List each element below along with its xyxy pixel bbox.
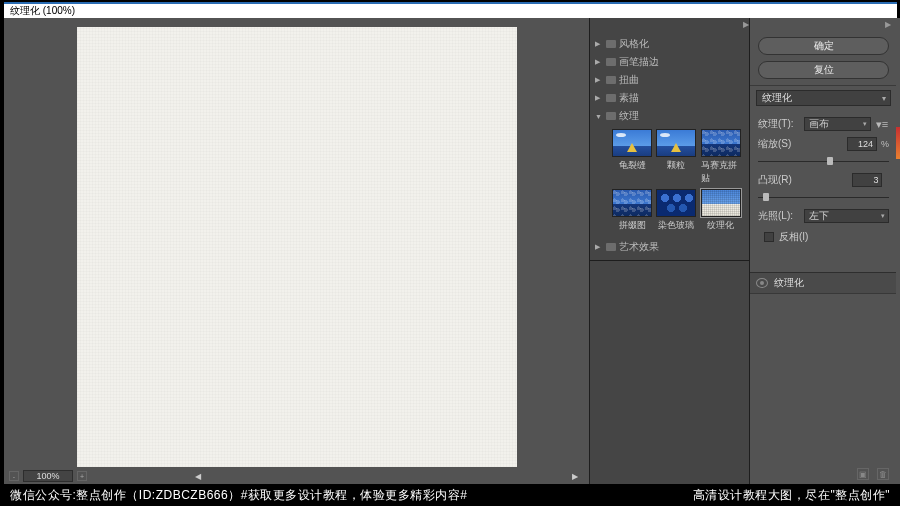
relief-input[interactable] bbox=[852, 173, 882, 187]
light-select[interactable]: 左下 bbox=[804, 209, 889, 223]
scroll-right-icon[interactable]: ▶ bbox=[572, 472, 578, 481]
texture-label: 纹理(T): bbox=[758, 117, 800, 131]
settings-panel: ▶ 确定 复位 纹理化 纹理(T): 画布 ▾≡ 缩放(S) bbox=[749, 18, 897, 484]
folder-icon bbox=[606, 94, 616, 102]
thumb-patchwork[interactable]: 拼缀图 bbox=[612, 189, 652, 232]
invert-label: 反相(I) bbox=[779, 230, 808, 244]
folder-icon bbox=[606, 76, 616, 84]
collapse-chevron-icon[interactable]: ▶ bbox=[739, 18, 749, 31]
scale-unit: % bbox=[881, 139, 889, 149]
texture-menu-icon[interactable]: ▾≡ bbox=[875, 118, 889, 131]
thumb-craquelure[interactable]: 龟裂缝 bbox=[612, 129, 652, 185]
preview-canvas bbox=[77, 27, 517, 467]
visibility-eye-icon[interactable] bbox=[756, 278, 768, 288]
new-effect-layer-button[interactable]: ▣ bbox=[857, 468, 869, 480]
panel-chevron-icon[interactable]: ▶ bbox=[883, 20, 893, 29]
preview-panel: - 100% + ◀ ▶ bbox=[4, 18, 589, 484]
window-title: 纹理化 (100%) bbox=[10, 4, 75, 18]
folder-icon bbox=[606, 112, 616, 120]
horizontal-scrollbar[interactable]: ◀ ▶ bbox=[91, 471, 584, 481]
tree-group-stylize[interactable]: ▶风格化 bbox=[592, 35, 747, 53]
relief-slider[interactable] bbox=[758, 193, 889, 203]
delete-effect-layer-button[interactable]: 🗑 bbox=[877, 468, 889, 480]
effect-layers: 纹理化 ▣ 🗑 bbox=[750, 272, 897, 484]
thumb-texturizer[interactable]: 纹理化 bbox=[701, 189, 741, 232]
invert-checkbox[interactable] bbox=[764, 232, 774, 242]
thumb-mosaic-tiles[interactable]: 马赛克拼贴 bbox=[701, 129, 741, 185]
folder-icon bbox=[606, 58, 616, 66]
tree-group-artistic[interactable]: ▶艺术效果 bbox=[592, 238, 747, 256]
scale-input[interactable] bbox=[847, 137, 877, 151]
right-edge-strip bbox=[896, 18, 900, 484]
filter-select[interactable]: 纹理化 bbox=[756, 90, 891, 106]
scale-slider[interactable] bbox=[758, 157, 889, 167]
thumb-grain[interactable]: 颗粒 bbox=[656, 129, 696, 185]
tree-group-brush-strokes[interactable]: ▶画笔描边 bbox=[592, 53, 747, 71]
effect-layer-item[interactable]: 纹理化 bbox=[750, 273, 897, 294]
tree-group-sketch[interactable]: ▶素描 bbox=[592, 89, 747, 107]
scale-label: 缩放(S) bbox=[758, 137, 800, 151]
zoom-level[interactable]: 100% bbox=[23, 470, 73, 482]
light-label: 光照(L): bbox=[758, 209, 800, 223]
tree-group-texture[interactable]: ▼纹理 bbox=[592, 107, 747, 125]
relief-label: 凸现(R) bbox=[758, 173, 800, 187]
folder-icon bbox=[606, 243, 616, 251]
preview-area[interactable] bbox=[5, 19, 588, 469]
reset-button[interactable]: 复位 bbox=[758, 61, 889, 79]
tree-group-distort[interactable]: ▶扭曲 bbox=[592, 71, 747, 89]
zoom-plus-button[interactable]: + bbox=[77, 471, 87, 481]
texture-select[interactable]: 画布 bbox=[804, 117, 871, 131]
scroll-left-icon[interactable]: ◀ bbox=[195, 472, 201, 481]
thumb-stained-glass[interactable]: 染色玻璃 bbox=[656, 189, 696, 232]
footer-watermark: 微信公众号:整点创作（ID:ZDBCZB666）#获取更多设计教程，体验更多精彩… bbox=[0, 484, 900, 506]
ok-button[interactable]: 确定 bbox=[758, 37, 889, 55]
zoom-minus-button[interactable]: - bbox=[9, 471, 19, 481]
folder-icon bbox=[606, 40, 616, 48]
filter-gallery-panel: ▶ ▶风格化 ▶画笔描边 ▶扭曲 ▶素描 ▼纹理 龟裂缝 颗粒 马赛克拼贴 拼缀… bbox=[589, 18, 749, 484]
title-bar: 纹理化 (100%) bbox=[4, 2, 897, 18]
